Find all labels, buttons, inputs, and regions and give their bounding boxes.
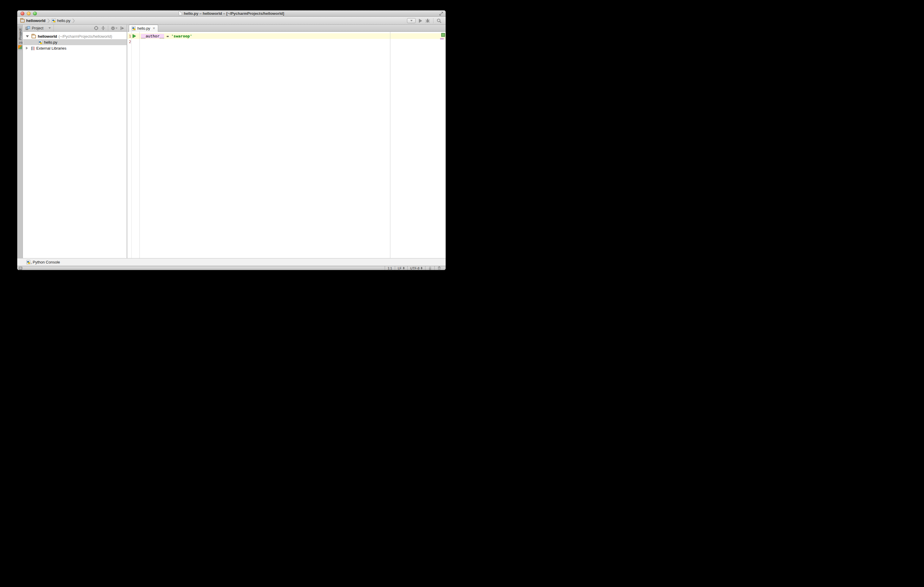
python-console-label: Python Console xyxy=(33,260,60,265)
project-panel-header: Project xyxy=(23,25,127,32)
tree-row-file[interactable]: hello.py xyxy=(23,39,127,45)
minimize-window-button[interactable] xyxy=(27,12,31,15)
project-toolwindow-tab[interactable]: 1: Project xyxy=(17,26,23,50)
editor-gutter[interactable]: 1 2 xyxy=(127,32,140,258)
editor-region: hello.py ✕ 1 2 __author__ = 'swaroop' xyxy=(127,25,446,258)
hide-panel-icon[interactable] xyxy=(120,26,124,30)
project-view-icon xyxy=(26,26,30,30)
external-libraries-icon xyxy=(31,46,35,50)
breadcrumb-project-label: helloworld xyxy=(26,18,46,23)
breadcrumb: helloworld hello.py xyxy=(20,18,75,23)
line-separator-label: LF xyxy=(398,266,402,270)
caret-position-widget[interactable]: 1:1 xyxy=(385,266,395,270)
breadcrumb-project[interactable]: helloworld xyxy=(20,18,46,23)
tree-row-external-libraries[interactable]: External Libraries xyxy=(23,45,127,51)
token-author-variable: __author__ xyxy=(141,34,164,38)
code-line-1: __author__ = 'swaroop' xyxy=(141,33,442,39)
tree-file-name: hello.py xyxy=(44,40,58,44)
main-area: 1: Project Project xyxy=(17,25,446,258)
caret-position-label: 1:1 xyxy=(388,266,392,270)
pycharm-logo-icon xyxy=(18,45,22,49)
project-view-label: Project xyxy=(32,26,47,30)
token-string-literal: 'swaroop' xyxy=(171,34,192,38)
folder-icon xyxy=(31,35,36,38)
python-file-icon xyxy=(52,18,56,23)
header-separator xyxy=(108,26,108,31)
window-title: hello.py – helloworld – [~/PycharmProjec… xyxy=(184,11,284,16)
hector-inspector-icon xyxy=(437,266,441,270)
tool-window-stripe: 1: Project xyxy=(17,25,23,258)
document-icon xyxy=(179,11,182,15)
traffic-lights xyxy=(20,12,37,15)
panel-splitter[interactable] xyxy=(127,25,127,258)
encoding-widget[interactable]: UTF-8 xyxy=(407,266,425,270)
expand-arrow-icon[interactable] xyxy=(26,47,28,49)
run-configuration-selector[interactable] xyxy=(407,18,416,23)
project-toolwindow-label: 1: Project xyxy=(18,28,22,44)
python-console-icon: › xyxy=(26,260,31,265)
tree-root-path: (~/PycharmProjects/helloworld) xyxy=(59,34,112,39)
chevron-right-icon xyxy=(47,18,50,23)
chevron-right-icon xyxy=(72,18,75,23)
project-view-selector[interactable]: Project xyxy=(23,25,54,32)
pycharm-window: hello.py – helloworld – [~/PycharmProjec… xyxy=(17,10,446,270)
readonly-toggle[interactable] xyxy=(425,266,434,270)
breadcrumb-file[interactable]: hello.py xyxy=(52,18,71,23)
run-gutter-icon[interactable] xyxy=(133,34,136,38)
toggle-toolwindows-icon[interactable] xyxy=(19,267,22,270)
chevron-down-icon xyxy=(410,20,412,21)
code-area[interactable]: __author__ = 'swaroop' xyxy=(141,33,442,39)
python-file-icon xyxy=(38,40,42,44)
status-bar: 1:1 LF UTF-8 xyxy=(17,266,446,270)
settings-button[interactable] xyxy=(111,26,117,30)
token-assign-operator: = xyxy=(164,34,171,38)
line-separator-widget[interactable]: LF xyxy=(395,266,407,270)
encoding-label: UTF-8 xyxy=(410,266,419,270)
navigation-bar: helloworld hello.py xyxy=(17,17,446,25)
collapse-all-icon[interactable] xyxy=(101,26,105,30)
updown-chevrons-icon xyxy=(403,267,404,270)
tree-external-libraries-label: External Libraries xyxy=(36,46,66,51)
chevron-down-icon xyxy=(116,28,117,29)
debug-icon[interactable] xyxy=(426,18,430,23)
unlock-icon xyxy=(428,266,432,270)
locate-icon[interactable] xyxy=(94,26,98,30)
collapse-arrow-icon[interactable] xyxy=(26,35,29,38)
project-panel: Project xyxy=(23,25,127,258)
zoom-window-button[interactable] xyxy=(33,12,37,15)
python-console-button[interactable]: › Python Console xyxy=(26,260,60,265)
tree-root-name: helloworld xyxy=(38,34,57,39)
title-bar: hello.py – helloworld – [~/PycharmProjec… xyxy=(17,10,446,16)
line-number: 1 xyxy=(127,33,131,39)
tab-hello-py[interactable]: hello.py ✕ xyxy=(129,25,158,32)
project-tree: helloworld (~/PycharmProjects/helloworld… xyxy=(23,32,127,258)
folder-icon xyxy=(20,19,25,23)
inspection-status-indicator[interactable] xyxy=(441,33,445,37)
fullscreen-icon[interactable] xyxy=(439,12,443,16)
breadcrumb-file-label: hello.py xyxy=(57,18,71,23)
gear-icon xyxy=(111,26,115,30)
tab-label: hello.py xyxy=(137,26,150,31)
highlighting-level-widget[interactable] xyxy=(434,266,444,270)
gutter-separator xyxy=(131,32,132,258)
toolbar-separator xyxy=(433,18,434,23)
toolwindow-button-bar: › Python Console xyxy=(17,258,446,266)
error-stripe-mark[interactable] xyxy=(440,38,444,39)
close-window-button[interactable] xyxy=(20,12,25,15)
updown-chevrons-icon xyxy=(421,267,422,270)
tree-row-root[interactable]: helloworld (~/PycharmProjects/helloworld… xyxy=(23,33,127,39)
line-number: 2 xyxy=(127,39,131,44)
python-file-icon xyxy=(132,26,135,31)
editor-tab-bar: hello.py ✕ xyxy=(127,25,446,32)
editor-content[interactable]: 1 2 __author__ = 'swaroop' xyxy=(127,32,446,258)
run-icon[interactable] xyxy=(419,19,422,23)
search-icon[interactable] xyxy=(437,18,442,23)
chevron-down-icon xyxy=(48,27,51,29)
close-tab-icon[interactable]: ✕ xyxy=(152,26,155,30)
